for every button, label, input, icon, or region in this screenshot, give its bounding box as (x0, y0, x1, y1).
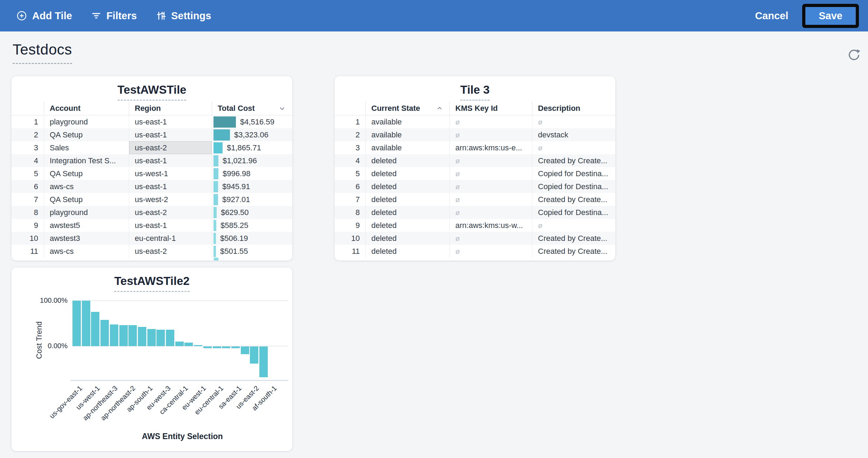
kms-key-id-cell[interactable]: ø (449, 245, 532, 258)
bar[interactable] (203, 346, 212, 348)
kms-key-id-cell[interactable]: ø (449, 154, 532, 167)
current-state-cell[interactable]: deleted (365, 180, 449, 193)
column-header-region[interactable]: Region (129, 101, 212, 115)
column-header-account[interactable]: Account (44, 101, 129, 115)
description-cell[interactable]: ø (532, 115, 615, 128)
description-cell[interactable]: ø (532, 219, 615, 232)
current-state-cell[interactable]: deleted (365, 232, 449, 245)
bar[interactable] (110, 324, 118, 346)
total-cost-cell[interactable]: $506.19 (212, 232, 292, 245)
kms-key-id-cell[interactable]: ø (449, 193, 532, 206)
bar[interactable] (166, 330, 174, 346)
bar[interactable] (119, 325, 128, 346)
bar[interactable] (184, 343, 193, 346)
bar[interactable] (147, 329, 156, 346)
description-cell[interactable]: Copied for Destina... (532, 206, 615, 219)
total-cost-cell[interactable]: $3,323.06 (212, 128, 292, 141)
description-cell[interactable]: Created by Create... (532, 245, 615, 258)
bar[interactable] (175, 342, 184, 346)
current-state-cell[interactable]: deleted (365, 154, 449, 167)
account-cell[interactable]: Integration Test S... (44, 154, 129, 167)
kms-key-id-cell[interactable]: arn:aws:kms:us-w... (449, 219, 532, 232)
kms-key-id-cell[interactable]: ø (449, 232, 532, 245)
account-cell[interactable]: playground (44, 206, 129, 219)
bar[interactable] (91, 312, 99, 346)
total-cost-cell[interactable]: $945.91 (212, 180, 292, 193)
description-cell[interactable]: Copied for Destina... (532, 167, 615, 180)
account-cell[interactable]: aws-cs (44, 245, 129, 258)
total-cost-cell[interactable]: $501.55 (212, 245, 292, 258)
total-cost-cell[interactable]: $629.50 (212, 206, 292, 219)
kms-key-id-cell[interactable]: ø (449, 180, 532, 193)
refresh-button[interactable] (846, 48, 862, 63)
bar[interactable] (194, 345, 202, 346)
account-cell[interactable]: playground (44, 115, 129, 128)
bar[interactable] (259, 346, 268, 377)
bar[interactable] (241, 346, 249, 354)
add-tile-button[interactable]: Add Tile (16, 10, 72, 22)
bar[interactable] (72, 301, 81, 346)
column-header-description[interactable]: Description (532, 101, 615, 115)
bar[interactable] (138, 327, 146, 346)
bar-chart[interactable]: 100.00% 0.00% Cost Trend us-gov-east-1us… (12, 267, 292, 451)
description-cell[interactable]: ø (532, 141, 615, 154)
region-cell[interactable]: us-west-2 (129, 193, 212, 206)
region-cell[interactable]: us-west-1 (129, 167, 212, 180)
description-cell[interactable]: Copied for Destina... (532, 180, 615, 193)
region-cell[interactable]: us-east-1 (129, 219, 212, 232)
region-cell[interactable]: eu-central-1 (129, 232, 212, 245)
region-cell[interactable]: us-east-1 (129, 154, 212, 167)
account-cell[interactable]: aws-cs (44, 180, 129, 193)
total-cost-cell[interactable]: $585.25 (212, 219, 292, 232)
account-cell[interactable]: QA Setup (44, 193, 129, 206)
account-cell[interactable]: awstest5 (44, 219, 129, 232)
total-cost-cell[interactable]: $1,865.71 (212, 141, 292, 154)
account-cell[interactable]: QA Setup (44, 167, 129, 180)
column-header-kms-key-id[interactable]: KMS Key Id (449, 101, 532, 115)
description-cell[interactable]: devstack (532, 128, 615, 141)
column-header-total-cost[interactable]: Total Cost (212, 101, 292, 115)
settings-button[interactable]: Settings (156, 10, 211, 22)
current-state-cell[interactable]: deleted (365, 245, 449, 258)
kms-key-id-cell[interactable]: ø (449, 206, 532, 219)
bar[interactable] (82, 301, 90, 346)
current-state-cell[interactable]: deleted (365, 206, 449, 219)
total-cost-cell[interactable]: $996.98 (212, 167, 292, 180)
bar[interactable] (250, 346, 258, 364)
description-cell[interactable]: Created by Create... (532, 154, 615, 167)
current-state-cell[interactable]: available (365, 141, 449, 154)
bar[interactable] (128, 325, 137, 346)
kms-key-id-cell[interactable]: ø (449, 167, 532, 180)
region-cell[interactable]: us-east-2 (129, 206, 212, 219)
account-cell[interactable]: Sales (44, 141, 129, 154)
kms-key-id-cell[interactable]: ø (449, 128, 532, 141)
bar[interactable] (100, 320, 109, 346)
account-cell[interactable]: awstest3 (44, 232, 129, 245)
description-cell[interactable]: Created by Create... (532, 232, 615, 245)
description-cell[interactable]: Created by Create... (532, 193, 615, 206)
kms-key-id-cell[interactable]: arn:aws:kms:us-e... (449, 141, 532, 154)
region-cell[interactable]: us-east-2 (129, 245, 212, 258)
filters-button[interactable]: Filters (91, 10, 137, 22)
bar[interactable] (231, 346, 240, 348)
account-cell[interactable]: QA Setup (44, 128, 129, 141)
kms-key-id-cell[interactable]: ø (449, 115, 532, 128)
cancel-button[interactable]: Cancel (755, 10, 788, 22)
current-state-cell[interactable]: available (365, 128, 449, 141)
current-state-cell[interactable]: deleted (365, 193, 449, 206)
current-state-cell[interactable]: deleted (365, 167, 449, 180)
current-state-cell[interactable]: available (365, 115, 449, 128)
column-header-current-state[interactable]: Current State (365, 101, 449, 115)
region-cell[interactable]: us-east-1 (129, 180, 212, 193)
total-cost-cell[interactable]: $1,021.96 (212, 154, 292, 167)
bar[interactable] (222, 346, 230, 348)
save-button[interactable]: Save (805, 7, 856, 25)
region-cell[interactable]: us-east-1 (129, 115, 212, 128)
bar[interactable] (213, 346, 221, 348)
total-cost-cell[interactable]: $927.01 (212, 193, 292, 206)
region-cell[interactable]: us-east-2 (129, 141, 212, 154)
region-cell[interactable]: us-east-1 (129, 128, 212, 141)
total-cost-cell[interactable]: $4,516.59 (212, 115, 292, 128)
current-state-cell[interactable]: deleted (365, 219, 449, 232)
bar[interactable] (156, 330, 165, 346)
